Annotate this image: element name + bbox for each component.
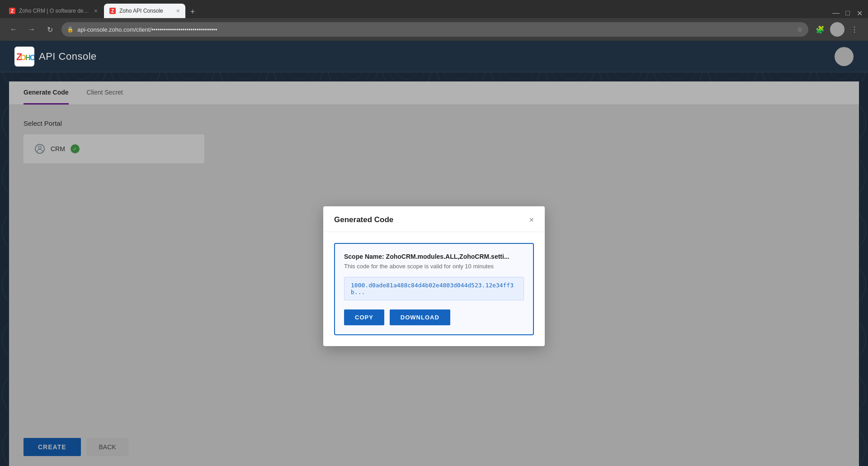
modal-actions: COPY DOWNLOAD [344,309,524,325]
toolbar-right: 🧩 ⋮ [814,22,861,37]
url-text: api-console.zoho.com/client/••••••••••••… [77,26,793,33]
app-header: Z O H O API Console [0,41,868,72]
header-right [835,47,854,66]
tab-favicon-api-console: Z [109,8,116,14]
download-button[interactable]: DOWNLOAD [390,309,450,325]
forward-nav-button[interactable]: → [25,23,38,36]
scope-name-text: Scope Name: ZohoCRM.modules.ALL,ZohoCRM.… [344,253,524,260]
reload-button[interactable]: ↻ [43,23,56,36]
app-logo-text: API Console [39,51,97,62]
minimize-button[interactable]: — [831,8,841,18]
tab-close-api-console[interactable]: × [176,7,180,14]
scope-desc-text: This code for the above scope is valid f… [344,263,524,270]
modal-body: Scope Name: ZohoCRM.modules.ALL,ZohoCRM.… [323,232,545,346]
menu-button[interactable]: ⋮ [848,23,861,36]
copy-button[interactable]: COPY [344,309,384,325]
profile-button[interactable] [830,22,844,37]
tab-close-zoho-crm[interactable]: × [94,7,98,14]
app-logo: Z O H O API Console [14,47,97,67]
tab-api-console[interactable]: Z Zoho API Console × [104,4,185,18]
close-window-button[interactable]: ✕ [854,8,864,18]
modal-overlay[interactable]: Generated Code × Scope Name: ZohoCRM.mod… [9,81,859,466]
address-bar[interactable]: 🔒 api-console.zoho.com/client/••••••••••… [61,22,808,37]
modal-title: Generated Code [334,215,393,224]
page-wrapper: Z O H O API Console Generate Code Client… [0,41,868,466]
modal-header: Generated Code × [323,206,545,232]
new-tab-button[interactable]: + [186,5,199,18]
bookmark-icon[interactable]: ☆ [797,26,803,33]
browser-chrome: Z Zoho CRM | O software de CRM... × Z Zo… [0,0,868,41]
svg-text:O: O [30,54,34,62]
tab-label-zoho-crm: Zoho CRM | O software de CRM... [19,8,90,14]
user-avatar[interactable] [835,47,854,66]
lock-icon: 🔒 [67,26,74,33]
address-bar-row: ← → ↻ 🔒 api-console.zoho.com/client/••••… [0,18,868,41]
maximize-button[interactable]: □ [843,8,853,18]
tab-favicon-zoho-crm: Z [9,8,15,14]
generated-code-modal: Generated Code × Scope Name: ZohoCRM.mod… [323,206,545,346]
zoho-logo-icon: Z O H O [14,47,34,67]
generated-code-box: Scope Name: ZohoCRM.modules.ALL,ZohoCRM.… [334,243,534,335]
modal-close-button[interactable]: × [529,216,534,224]
main-content-card: Generate Code Client Secret Select Porta… [9,81,859,466]
tab-label-api-console: Zoho API Console [119,8,173,14]
code-value-field[interactable]: 1000.d0ade81a488c84d4b02e4803d044d523.12… [344,277,524,300]
tab-bar: Z Zoho CRM | O software de CRM... × Z Zo… [0,0,868,18]
tab-zoho-crm[interactable]: Z Zoho CRM | O software de CRM... × [4,4,103,18]
extensions-button[interactable]: 🧩 [814,23,826,36]
window-controls: — □ ✕ [831,8,864,18]
back-nav-button[interactable]: ← [7,23,20,36]
